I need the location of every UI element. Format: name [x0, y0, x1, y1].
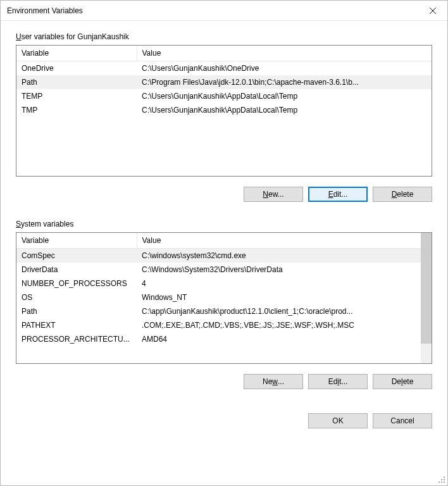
system-delete-button[interactable]: Delete: [373, 374, 432, 389]
system-scrollbar[interactable]: [421, 233, 432, 363]
table-row[interactable]: PathC:\app\GunjanKaushik\product\12.1.0\…: [16, 304, 421, 318]
system-cell-variable: DriverData: [16, 263, 137, 277]
table-row[interactable]: PathC:\Program Files\Java\jdk-12.0.1\bin…: [16, 75, 432, 89]
system-cell-variable: NUMBER_OF_PROCESSORS: [16, 277, 137, 290]
user-cell-variable: TEMP: [16, 89, 137, 103]
close-button[interactable]: [418, 1, 447, 21]
system-col-value[interactable]: Value: [137, 233, 421, 249]
system-variables-label: System variables: [16, 220, 436, 228]
table-row[interactable]: OneDriveC:\Users\GunjanKaushik\OneDrive: [16, 61, 432, 76]
user-cell-variable: TMP: [16, 103, 137, 117]
system-cell-variable: ComSpec: [16, 249, 137, 263]
user-cell-value: C:\Program Files\Java\jdk-12.0.1\bin;C:\…: [137, 75, 432, 89]
table-row[interactable]: OSWindows_NT: [16, 290, 421, 304]
table-row[interactable]: NUMBER_OF_PROCESSORS4: [16, 277, 421, 290]
user-delete-button[interactable]: Delete: [373, 187, 432, 202]
table-row[interactable]: PATHEXT.COM;.EXE;.BAT;.CMD;.VBS;.VBE;.JS…: [16, 318, 421, 332]
user-cell-variable: Path: [16, 75, 137, 89]
window-title: Environment Variables: [7, 6, 83, 15]
user-col-value[interactable]: Value: [137, 46, 432, 61]
table-row[interactable]: TMPC:\Users\GunjanKaushik\AppData\Local\…: [16, 103, 432, 117]
system-new-button[interactable]: New...: [244, 374, 303, 389]
system-cell-variable: Path: [16, 304, 137, 318]
system-cell-value: AMD64: [137, 332, 421, 346]
svg-rect-5: [439, 482, 440, 483]
system-cell-value: Windows_NT: [137, 290, 421, 304]
resize-grip[interactable]: [437, 475, 446, 484]
table-row[interactable]: TEMPC:\Users\GunjanKaushik\AppData\Local…: [16, 89, 432, 103]
table-row[interactable]: PROCESSOR_ARCHITECTU...AMD64: [16, 332, 421, 346]
user-cell-value: C:\Users\GunjanKaushik\OneDrive: [137, 61, 432, 76]
system-edit-button[interactable]: Edit...: [308, 374, 368, 389]
svg-rect-6: [441, 482, 442, 483]
table-row[interactable]: ComSpecC:\windows\system32\cmd.exe: [16, 249, 421, 263]
system-cell-value: C:\app\GunjanKaushik\product\12.1.0\clie…: [137, 304, 421, 318]
system-cell-variable: PROCESSOR_ARCHITECTU...: [16, 332, 137, 346]
user-variables-label: User variables for GunjanKaushik: [16, 32, 436, 41]
system-scrollbar-thumb[interactable]: [421, 233, 432, 344]
cancel-button[interactable]: Cancel: [373, 413, 432, 428]
system-cell-value: .COM;.EXE;.BAT;.CMD;.VBS;.VBE;.JS;.JSE;.…: [137, 318, 421, 332]
svg-rect-7: [444, 482, 445, 483]
table-row[interactable]: DriverDataC:\Windows\System32\Drivers\Dr…: [16, 263, 421, 277]
close-icon: [430, 8, 436, 14]
user-cell-variable: OneDrive: [16, 61, 137, 76]
user-col-variable[interactable]: Variable: [16, 46, 137, 61]
system-variables-section: System variables Variable Value ComSpecC…: [12, 220, 436, 389]
svg-rect-3: [441, 479, 442, 480]
system-cell-value: 4: [137, 277, 421, 290]
user-cell-value: C:\Users\GunjanKaushik\AppData\Local\Tem…: [137, 89, 432, 103]
system-variables-table[interactable]: Variable Value ComSpecC:\windows\system3…: [16, 232, 432, 364]
user-new-button[interactable]: New...: [244, 187, 303, 202]
system-col-variable[interactable]: Variable: [16, 233, 137, 249]
titlebar: Environment Variables: [1, 1, 447, 21]
system-cell-variable: OS: [16, 290, 137, 304]
user-variables-section: User variables for GunjanKaushik Variabl…: [12, 32, 436, 202]
system-cell-value: C:\windows\system32\cmd.exe: [137, 249, 421, 263]
svg-rect-2: [444, 477, 445, 478]
system-cell-value: C:\Windows\System32\Drivers\DriverData: [137, 263, 421, 277]
system-cell-variable: PATHEXT: [16, 318, 137, 332]
user-cell-value: C:\Users\GunjanKaushik\AppData\Local\Tem…: [137, 103, 432, 117]
svg-rect-4: [444, 479, 445, 480]
user-variables-table[interactable]: Variable Value OneDriveC:\Users\GunjanKa…: [16, 45, 432, 177]
ok-button[interactable]: OK: [308, 413, 368, 428]
user-edit-button[interactable]: Edit...: [308, 187, 368, 202]
